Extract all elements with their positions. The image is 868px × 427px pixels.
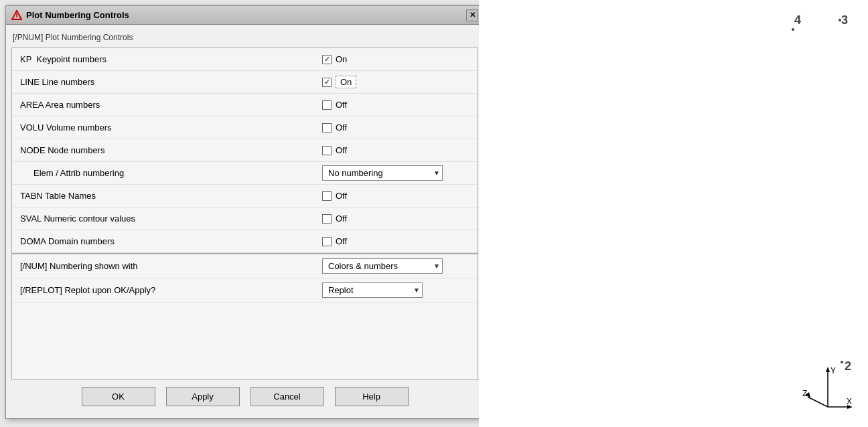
volu-value-text: Off xyxy=(336,122,347,133)
tabn-value: Off xyxy=(322,191,469,201)
area-value: Off xyxy=(322,100,469,110)
kp-value: On xyxy=(322,54,469,64)
ok-button[interactable]: OK xyxy=(82,387,155,406)
tabn-row: TABN Table Names Off xyxy=(12,185,478,207)
corner-label-4: 4 xyxy=(794,13,801,27)
replot-value: Replot Do not replot ▼ xyxy=(322,282,469,298)
line-checkbox[interactable] xyxy=(322,78,332,87)
elem-row: Elem / Attrib numbering No numbering Ele… xyxy=(12,162,478,185)
node-row: NODE Node numbers Off xyxy=(12,139,478,162)
kp-value-text: On xyxy=(336,54,347,64)
tabn-value-text: Off xyxy=(336,191,347,201)
elem-dropdown[interactable]: No numbering Element numbers Material nu… xyxy=(322,165,443,181)
elem-dropdown-container: No numbering Element numbers Material nu… xyxy=(322,165,443,181)
elem-label: Elem / Attrib numbering xyxy=(20,168,322,178)
node-value: Off xyxy=(322,145,469,155)
sval-label: SVAL Numeric contour values xyxy=(20,214,322,224)
area-label: AREA Area numbers xyxy=(20,100,322,110)
close-button[interactable]: ✕ xyxy=(466,9,478,21)
area-row: AREA Area numbers Off xyxy=(12,94,478,116)
node-checkbox[interactable] xyxy=(322,146,332,155)
kp-label: KP Keypoint numbers xyxy=(20,54,322,64)
line-value: On xyxy=(322,76,469,88)
doma-row: DOMA Domain numbers Off xyxy=(12,230,478,253)
kp-row: KP Keypoint numbers On xyxy=(12,48,478,71)
tabn-checkbox[interactable] xyxy=(322,191,332,201)
kp-checkbox[interactable] xyxy=(322,55,332,64)
replot-dropdown-container: Replot Do not replot ▼ xyxy=(322,282,423,298)
replot-dropdown[interactable]: Replot Do not replot xyxy=(322,282,423,298)
area-value-text: Off xyxy=(336,100,347,110)
canvas-area: 4 3 2 Y Z X xyxy=(479,0,868,427)
svg-marker-5 xyxy=(826,367,830,372)
num-label: [/NUM] Numbering shown with xyxy=(20,261,322,271)
line-label: LINE Line numbers xyxy=(20,77,322,87)
node-value-text: Off xyxy=(336,145,347,155)
sval-row: SVAL Numeric contour values Off xyxy=(12,207,478,230)
num-dropdown[interactable]: Colors & numbers Colors only Numbers onl… xyxy=(322,258,443,274)
apply-button[interactable]: Apply xyxy=(166,387,240,406)
doma-value: Off xyxy=(322,236,469,246)
dialog-title: Plot Numbering Controls xyxy=(26,10,129,20)
ansys-icon xyxy=(11,10,22,21)
volu-checkbox[interactable] xyxy=(322,123,332,133)
svg-text:X: X xyxy=(847,397,852,406)
volu-label: VOLU Volume numbers xyxy=(20,122,322,133)
coord-axis: Y Z X xyxy=(801,360,855,414)
svg-line-7 xyxy=(808,397,828,407)
replot-label: [/REPLOT] Replot upon OK/Apply? xyxy=(20,285,322,295)
volu-row: VOLU Volume numbers Off xyxy=(12,116,478,139)
dialog-content: [/PNUM] Plot Numbering Controls KP Keypo… xyxy=(6,25,484,418)
doma-value-text: Off xyxy=(336,236,347,246)
num-dropdown-container: Colors & numbers Colors only Numbers onl… xyxy=(322,258,443,274)
replot-row: [/REPLOT] Replot upon OK/Apply? Replot D… xyxy=(12,278,478,303)
doma-label: DOMA Domain numbers xyxy=(20,236,322,246)
doma-checkbox[interactable] xyxy=(322,237,332,246)
elem-value: No numbering Element numbers Material nu… xyxy=(322,165,469,181)
corner-dot-3 xyxy=(839,19,841,21)
svg-text:Z: Z xyxy=(802,389,807,398)
num-value: Colors & numbers Colors only Numbers onl… xyxy=(322,258,469,274)
corner-dot-4 xyxy=(792,28,794,31)
sval-checkbox[interactable] xyxy=(322,214,332,224)
title-bar: Plot Numbering Controls ✕ xyxy=(6,6,484,25)
svg-text:Y: Y xyxy=(830,366,836,375)
num-row: [/NUM] Numbering shown with Colors & num… xyxy=(12,254,478,278)
line-row: LINE Line numbers On xyxy=(12,71,478,94)
line-value-text: On xyxy=(336,76,356,88)
tabn-label: TABN Table Names xyxy=(20,191,322,201)
cancel-button[interactable]: Cancel xyxy=(250,387,324,406)
help-button[interactable]: Help xyxy=(335,387,409,406)
section-header: [/PNUM] Plot Numbering Controls xyxy=(11,30,478,45)
plot-numbering-dialog: Plot Numbering Controls ✕ [/PNUM] Plot N… xyxy=(5,5,484,419)
node-label: NODE Node numbers xyxy=(20,145,322,155)
sval-value-text: Off xyxy=(336,214,347,224)
sval-value: Off xyxy=(322,214,469,224)
area-checkbox[interactable] xyxy=(322,100,332,110)
controls-area: KP Keypoint numbers On LINE Line numbers… xyxy=(11,48,478,380)
volu-value: Off xyxy=(322,122,469,133)
title-bar-left: Plot Numbering Controls xyxy=(11,10,129,21)
corner-label-3: 3 xyxy=(841,13,848,27)
button-row: OK Apply Cancel Help xyxy=(11,380,478,413)
